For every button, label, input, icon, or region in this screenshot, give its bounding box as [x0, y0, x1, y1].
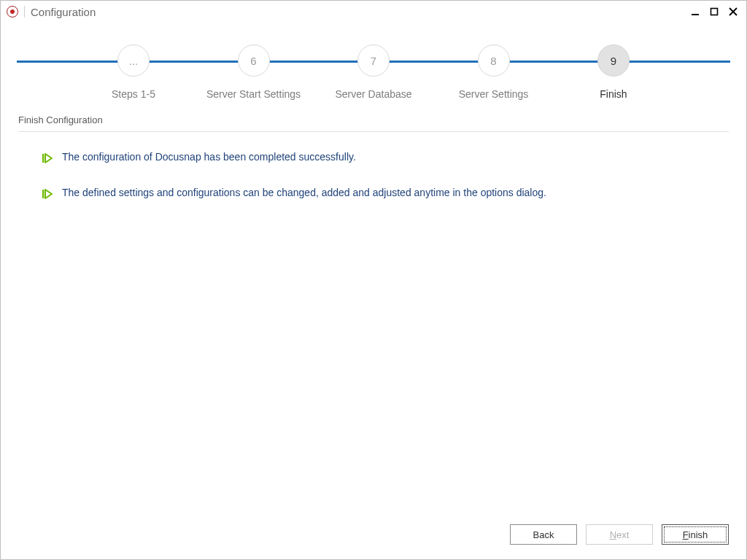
section-title: Finish Configuration [18, 114, 729, 125]
wizard-step-6[interactable]: 6 Server Start Settings [196, 44, 312, 100]
window-controls [689, 6, 742, 18]
svg-rect-3 [42, 190, 44, 198]
wizard-progress: ... Steps 1-5 6 Server Start Settings 7 … [17, 44, 730, 96]
close-button[interactable] [727, 6, 739, 18]
titlebar: Configuration [1, 1, 746, 23]
finish-message-1: The configuration of Docusnap has been c… [42, 151, 729, 166]
wizard-step-7[interactable]: 7 Server Database [315, 44, 432, 100]
step-label: Finish [600, 88, 627, 100]
step-label: Server Settings [459, 88, 529, 100]
configuration-window: Configuration ... Steps 1-5 6 [0, 0, 747, 560]
play-forward-icon [42, 188, 53, 202]
maximize-button[interactable] [708, 6, 720, 18]
app-icon [7, 6, 18, 18]
wizard-footer: Back Next Finish [1, 524, 746, 551]
back-button[interactable]: Back [510, 524, 577, 545]
step-bubble: 9 [597, 44, 630, 77]
wizard-step-9[interactable]: 9 Finish [555, 44, 672, 100]
next-button: Next [586, 524, 653, 545]
titlebar-divider [24, 6, 25, 18]
svg-rect-2 [42, 154, 44, 163]
step-label: Server Start Settings [206, 88, 301, 100]
finish-message-2: The defined settings and configurations … [42, 187, 729, 202]
wizard-step-8[interactable]: 8 Server Settings [436, 44, 552, 100]
window-title: Configuration [31, 6, 96, 18]
wizard-step-1to5[interactable]: ... Steps 1-5 [75, 44, 192, 100]
step-bubble: ... [117, 44, 150, 77]
content: ... Steps 1-5 6 Server Start Settings 7 … [1, 23, 746, 559]
play-forward-icon [42, 152, 53, 166]
step-label: Server Database [335, 88, 411, 100]
finish-button[interactable]: Finish [662, 524, 729, 545]
step-bubble: 8 [478, 44, 510, 77]
finish-body: The configuration of Docusnap has been c… [1, 132, 746, 222]
minimize-button[interactable] [689, 6, 701, 18]
finish-message-text: The defined settings and configurations … [62, 187, 546, 198]
step-bubble: 6 [238, 44, 270, 77]
finish-message-text: The configuration of Docusnap has been c… [62, 151, 356, 163]
step-bubble: 7 [357, 44, 390, 77]
svg-rect-0 [692, 14, 699, 15]
svg-rect-1 [711, 9, 718, 15]
step-label: Steps 1-5 [112, 88, 155, 100]
